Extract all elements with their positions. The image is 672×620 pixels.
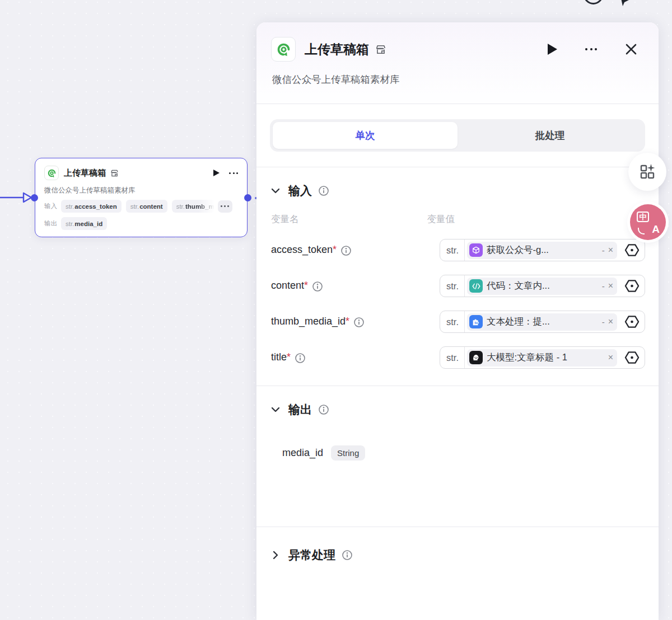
node-title: 上传草稿箱 — [64, 168, 106, 179]
node-output-label: 输出 — [44, 219, 61, 228]
value-field[interactable]: str. Str 文本处理：提... - × — [440, 311, 645, 333]
exception-section-title: 异常处理 — [288, 547, 335, 563]
type-label: str. — [446, 353, 459, 363]
info-icon[interactable] — [353, 317, 365, 328]
info-icon[interactable] — [340, 245, 352, 256]
value-field[interactable]: str. 大模型:文章标题 - 1 × — [440, 346, 645, 369]
translate-a-icon: A — [652, 223, 660, 236]
help-icon[interactable] — [584, 0, 603, 4]
info-icon[interactable] — [318, 185, 329, 196]
input-section: 输入 变量名 变量值 access_token* str. — [256, 167, 659, 386]
input-section-title: 输入 — [288, 183, 312, 199]
node-input-label: 输入 — [44, 202, 61, 210]
column-variable-value: 变量值 — [427, 213, 455, 226]
node-upload-draftbox[interactable]: 上传草稿箱 微信公众号上传草稿箱素材库 输入 str.access_token … — [35, 158, 248, 237]
translate-button[interactable]: 中 A — [630, 204, 666, 240]
plugin-logo-icon — [44, 166, 59, 180]
input-row-title: title* str. 大模型:文章标题 - 1 × — [270, 346, 645, 369]
remove-reference-icon[interactable]: × — [608, 281, 613, 291]
node-input-tag: str.access_token — [61, 200, 122, 213]
settings-hexagon-icon[interactable] — [624, 351, 640, 364]
type-label: str. — [446, 317, 459, 327]
panel-title: 上传草稿箱 — [305, 41, 369, 58]
variable-name: thumb_media_id* — [271, 316, 349, 327]
settings-hexagon-icon[interactable] — [624, 243, 640, 257]
chevron-down-icon[interactable] — [270, 185, 281, 196]
tab-single[interactable]: 单次 — [273, 122, 458, 149]
node-menu-button[interactable] — [229, 172, 238, 174]
plugin-cube-icon — [469, 243, 483, 257]
remove-reference-icon[interactable]: × — [608, 317, 613, 327]
translate-zh-icon: 中 — [637, 212, 649, 222]
str-process-icon: Str — [469, 315, 483, 328]
close-icon[interactable] — [625, 43, 637, 55]
panel-subtitle: 微信公众号上传草稿箱素材库 — [272, 73, 645, 86]
chevron-right-icon[interactable] — [270, 549, 281, 561]
svg-text:Str: Str — [474, 322, 478, 325]
output-field-media-id: media_id String — [282, 445, 645, 461]
info-icon[interactable] — [295, 353, 306, 364]
output-port[interactable] — [244, 194, 251, 201]
test-run-button[interactable] — [548, 44, 557, 55]
edge-connector — [0, 190, 35, 205]
run-node-button[interactable] — [213, 170, 220, 176]
chevron-down-icon[interactable] — [270, 404, 281, 415]
variable-name: title* — [271, 351, 291, 363]
run-mode-tabs: 单次 批处理 — [270, 119, 645, 152]
code-icon — [469, 279, 483, 293]
reference-tag[interactable]: 获取公众号-g... - × — [467, 242, 617, 259]
value-field[interactable]: str. 获取公众号-g... - × — [440, 239, 645, 261]
value-field[interactable]: str. 代码：文章内... - × — [440, 275, 645, 297]
variable-name: access_token* — [271, 244, 337, 256]
info-icon[interactable] — [312, 281, 323, 292]
output-section-title: 输出 — [288, 402, 312, 417]
store-badge-icon — [375, 45, 386, 54]
node-output-tag: str.media_id — [61, 217, 107, 230]
exception-section: 异常处理 — [256, 527, 659, 563]
output-section: 输出 media_id String — [256, 386, 659, 527]
node-input-tag: str.thumb_m — [172, 200, 216, 213]
llm-icon — [469, 351, 483, 364]
remove-reference-icon[interactable]: × — [608, 245, 613, 255]
panel-menu-button[interactable] — [585, 48, 597, 50]
reference-tag[interactable]: Str 文本处理：提... - × — [467, 313, 617, 331]
settings-hexagon-icon[interactable] — [624, 315, 640, 328]
store-badge-icon — [110, 170, 119, 177]
workflow-canvas[interactable]: 上传草稿箱 微信公众号上传草稿箱素材库 输入 str.access_token … — [0, 0, 672, 620]
type-label: str. — [446, 245, 459, 256]
input-row-access-token: access_token* str. 获取公众号-g... - × — [270, 239, 645, 261]
variable-name: content* — [271, 280, 308, 292]
reference-tag[interactable]: 代码：文章内... - × — [467, 278, 617, 295]
input-port[interactable] — [31, 194, 38, 201]
settings-hexagon-icon[interactable] — [624, 279, 640, 293]
components-sparkle-icon — [638, 163, 656, 181]
cursor-icon[interactable] — [620, 0, 630, 6]
type-badge: String — [331, 445, 365, 461]
type-label: str. — [446, 281, 459, 292]
node-config-panel: 上传草稿箱 微信公众号上传草稿箱素材库 — [256, 22, 659, 620]
remove-reference-icon[interactable]: × — [608, 353, 613, 363]
plugin-logo-icon — [271, 37, 296, 62]
translate-arrow-icon — [638, 228, 645, 234]
column-variable-name: 变量名 — [271, 213, 299, 226]
info-icon[interactable] — [318, 404, 329, 415]
components-button[interactable] — [628, 153, 666, 191]
input-row-thumb-media-id: thumb_media_id* str. Str 文本处理：提... - × — [270, 311, 645, 333]
node-input-tag: str.content — [126, 200, 167, 213]
info-icon[interactable] — [342, 549, 353, 561]
more-tags-button[interactable] — [218, 200, 232, 213]
panel-header: 上传草稿箱 微信公众号上传草稿箱素材库 — [256, 22, 659, 104]
node-description: 微信公众号上传草稿箱素材库 — [44, 186, 238, 195]
input-row-content: content* str. 代码：文章内... - × — [270, 275, 645, 297]
reference-tag[interactable]: 大模型:文章标题 - 1 × — [467, 349, 617, 367]
tab-batch[interactable]: 批处理 — [458, 122, 642, 149]
